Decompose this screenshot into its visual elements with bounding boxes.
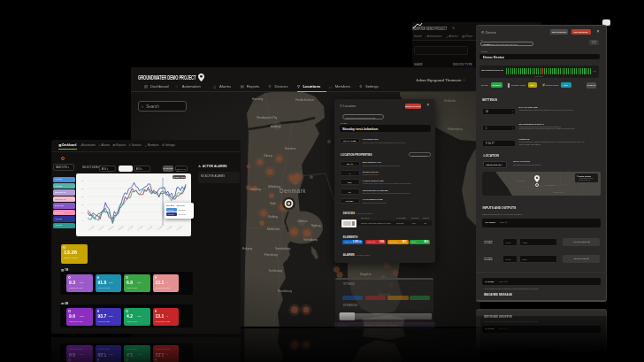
svg-text:5: 5 <box>83 220 85 221</box>
svg-text:06 Sep: 06 Sep <box>108 225 114 230</box>
svg-text:Fuglsang vej: Fuglsang vej <box>553 191 564 193</box>
svg-text:30: 30 <box>81 180 84 181</box>
svg-text:Bredballe: Bredballe <box>518 180 526 181</box>
svg-text:20: 20 <box>81 196 84 197</box>
svg-text:16 Sep: 16 Sep <box>176 225 182 230</box>
svg-text:04 Sep: 04 Sep <box>88 225 95 230</box>
svg-text:09 Sep: 09 Sep <box>127 225 134 230</box>
svg-text:15 Sep: 15 Sep <box>166 225 172 230</box>
svg-text:13 Sep: 13 Sep <box>157 225 163 230</box>
svg-text:Skenshave: Skenshave <box>546 184 556 186</box>
svg-text:25: 25 <box>81 188 84 189</box>
svg-text:12 Sep: 12 Sep <box>147 225 153 230</box>
svg-text:08 Sep: 08 Sep <box>118 225 124 230</box>
svg-text:15: 15 <box>81 204 84 205</box>
svg-text:10: 10 <box>81 212 84 213</box>
svg-text:05 Sep: 05 Sep <box>98 225 104 230</box>
svg-text:10 Sep: 10 Sep <box>137 225 143 230</box>
